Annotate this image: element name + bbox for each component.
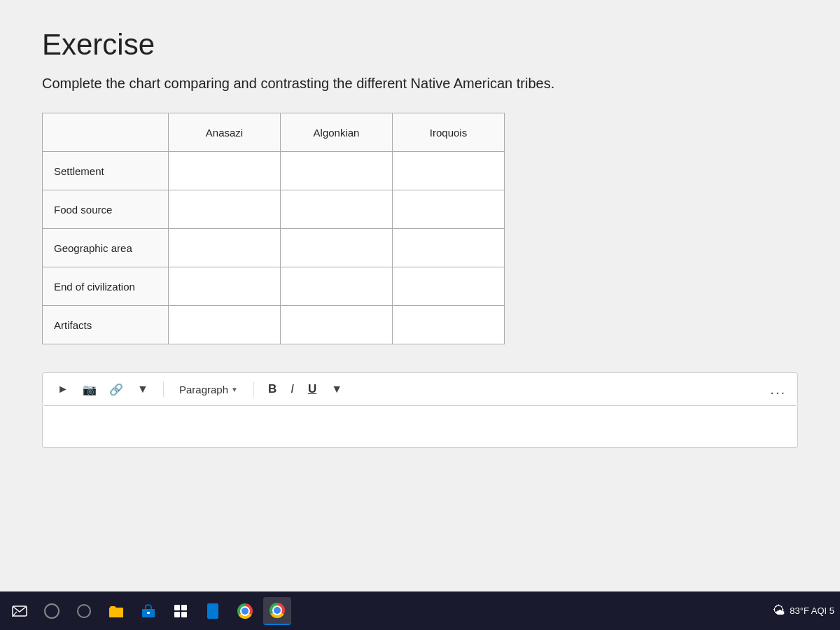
cell-food-iroquois[interactable] — [393, 190, 505, 229]
cell-geo-algonkian[interactable] — [281, 229, 393, 267]
table-row: Geographic area — [43, 229, 505, 267]
bold-button[interactable]: B — [265, 381, 279, 398]
cell-end-anasazi[interactable] — [169, 267, 281, 306]
chrome-icon-1 — [237, 603, 253, 619]
page-title: Exercise — [42, 28, 798, 62]
taskbar-item-edge[interactable] — [38, 597, 66, 625]
row-label-end-civilization: End of civilization — [43, 267, 169, 306]
chrome-icon-2 — [270, 603, 285, 618]
mail-icon — [12, 606, 27, 617]
cell-artifacts-anasazi[interactable] — [169, 306, 281, 344]
row-label-geographic-area: Geographic area — [43, 229, 169, 267]
comparison-table: Anasazi Algonkian Iroquois Settlement Fo… — [42, 113, 505, 344]
table-row: End of civilization — [43, 267, 505, 306]
link-icon[interactable]: 🔗 — [107, 380, 125, 398]
row-label-artifacts: Artifacts — [43, 306, 169, 344]
more-options-button[interactable]: ... — [770, 382, 786, 398]
cortana-icon — [76, 603, 92, 619]
svg-point-2 — [78, 605, 90, 617]
header-iroquois: Iroquois — [393, 113, 505, 152]
italic-button[interactable]: I — [288, 381, 297, 398]
header-empty — [43, 113, 169, 152]
editor-toolbar: ► 📷 🔗 ▼ Paragraph ▼ B I U ▼ .. — [42, 372, 798, 406]
main-content: Exercise Complete the chart comparing an… — [0, 0, 840, 592]
editor-content-area[interactable] — [42, 406, 798, 448]
cell-geo-anasazi[interactable] — [169, 229, 281, 267]
toolbar-divider-1 — [163, 382, 164, 397]
store-icon — [141, 603, 156, 619]
taskbar-item-mail[interactable] — [6, 597, 34, 625]
taskbar-item-cortana[interactable] — [70, 597, 98, 625]
table-row: Food source — [43, 190, 505, 229]
cell-geo-iroquois[interactable] — [393, 229, 505, 267]
weather-text: 83°F AQI 5 — [790, 606, 834, 616]
taskbar-item-chrome1[interactable] — [231, 597, 259, 625]
taskbar-item-file-explorer[interactable] — [102, 597, 130, 625]
table-row: Artifacts — [43, 306, 505, 344]
row-label-settlement: Settlement — [43, 152, 169, 190]
cell-artifacts-iroquois[interactable] — [393, 306, 505, 344]
cell-end-algonkian[interactable] — [281, 267, 393, 306]
taskbar-item-chrome2[interactable] — [263, 597, 291, 625]
toolbar-divider-2 — [253, 382, 254, 397]
taskbar-item-store[interactable] — [134, 597, 162, 625]
table-row: Settlement — [43, 152, 505, 190]
underline-button[interactable]: U — [305, 381, 319, 398]
cell-food-anasazi[interactable] — [169, 190, 281, 229]
tablet-icon — [207, 603, 218, 619]
taskbar-right: 🌤 83°F AQI 5 — [773, 603, 834, 618]
cell-food-algonkian[interactable] — [281, 190, 393, 229]
edge-circle-icon — [44, 603, 59, 619]
row-label-food-source: Food source — [43, 190, 169, 229]
dropdown-arrow-icon[interactable]: ▼ — [134, 380, 152, 398]
cell-settlement-iroquois[interactable] — [393, 152, 505, 190]
header-algonkian: Algonkian — [281, 113, 393, 152]
grid-icon — [174, 605, 187, 617]
paragraph-dropdown[interactable]: Paragraph ▼ — [175, 382, 242, 397]
play-icon[interactable]: ► — [54, 380, 72, 398]
paragraph-chevron-icon: ▼ — [231, 386, 238, 393]
cell-end-iroquois[interactable] — [393, 267, 505, 306]
weather-icon: 🌤 — [773, 603, 785, 618]
folder-icon — [108, 604, 124, 618]
cell-settlement-anasazi[interactable] — [169, 152, 281, 190]
svg-rect-4 — [147, 612, 150, 614]
paragraph-label: Paragraph — [179, 384, 228, 396]
subtitle: Complete the chart comparing and contras… — [42, 76, 798, 92]
comparison-table-container: Anasazi Algonkian Iroquois Settlement Fo… — [42, 113, 798, 344]
taskbar-item-tablet[interactable] — [199, 597, 227, 625]
camera-icon[interactable]: 📷 — [80, 380, 99, 398]
taskbar-item-grid[interactable] — [167, 597, 195, 625]
underline-dropdown-icon[interactable]: ▼ — [328, 380, 346, 398]
cell-settlement-algonkian[interactable] — [281, 152, 393, 190]
cell-artifacts-algonkian[interactable] — [281, 306, 393, 344]
header-anasazi: Anasazi — [169, 113, 281, 152]
taskbar: 🌤 83°F AQI 5 — [0, 592, 840, 630]
